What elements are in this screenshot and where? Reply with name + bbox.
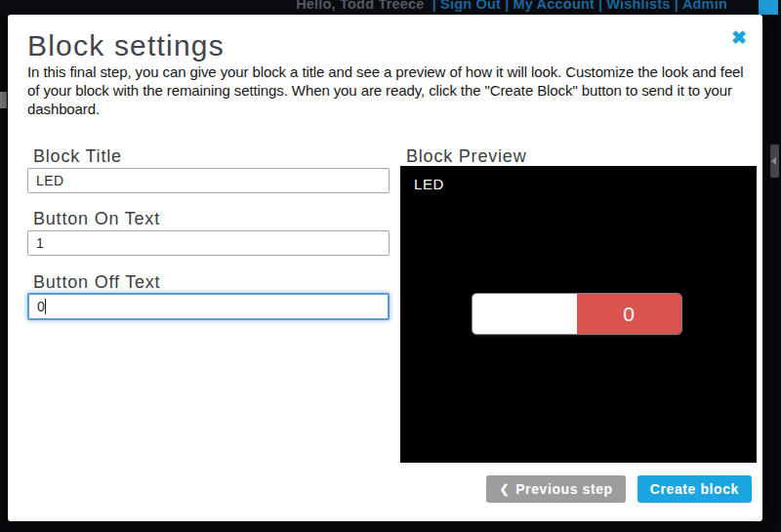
block-title-input[interactable]	[27, 168, 390, 193]
previous-step-label: Previous step	[515, 481, 613, 497]
block-preview-canvas: LED 0	[400, 166, 757, 463]
block-title-label: Block Title	[33, 146, 365, 166]
modal-footer: ❮ Previous step Create block	[486, 475, 752, 503]
chevron-left-icon: ❮	[499, 482, 510, 496]
page-scrollbar-thumb[interactable]	[770, 144, 779, 178]
button-off-text-label: Button Off Text	[33, 272, 365, 292]
preview-block-title: LED	[414, 176, 444, 192]
nav-separator: |	[429, 0, 440, 12]
scrollbar-arrow-icon	[771, 157, 776, 165]
button-on-text-label: Button On Text	[33, 209, 365, 228]
create-block-label: Create block	[650, 481, 739, 497]
navbar-user-menu: Hello, Todd Treece |Sign Out|My Account|…	[296, 0, 727, 15]
button-off-text-input[interactable]	[27, 293, 390, 320]
toggle-off-half[interactable]: 0	[577, 294, 681, 334]
toggle-button[interactable]: 0	[472, 293, 682, 335]
nav-link-admin[interactable]: Admin	[682, 0, 727, 12]
previous-step-button[interactable]: ❮ Previous step	[486, 475, 625, 503]
nav-separator: |	[671, 0, 682, 12]
background-page-fragment	[0, 92, 7, 108]
nav-link-my-account[interactable]: My Account	[513, 0, 595, 12]
block-settings-modal: ✖ Block settings In this final step, you…	[8, 15, 762, 521]
nav-link-wishlists[interactable]: Wishlists	[606, 0, 670, 12]
navbar-search-button[interactable]	[759, 0, 778, 15]
block-preview-label: Block Preview	[406, 146, 738, 166]
nav-separator: |	[595, 0, 606, 12]
nav-link-sign-out[interactable]: Sign Out	[440, 0, 501, 12]
create-block-button[interactable]: Create block	[637, 475, 752, 503]
user-greeting: Hello, Todd Treece	[296, 0, 424, 12]
modal-title: Block settings	[27, 29, 225, 62]
toggle-on-half[interactable]	[473, 294, 577, 334]
top-navbar: Hello, Todd Treece |Sign Out|My Account|…	[0, 0, 781, 15]
nav-separator: |	[501, 0, 513, 12]
text-caret	[45, 299, 46, 314]
toggle-off-value: 0	[623, 303, 636, 326]
close-icon: ✖	[731, 27, 747, 48]
close-button[interactable]: ✖	[727, 26, 751, 50]
screen: Hello, Todd Treece |Sign Out|My Account|…	[0, 0, 781, 532]
modal-description: In this final step, you can give your bl…	[27, 62, 752, 118]
button-on-text-input[interactable]	[27, 230, 390, 256]
